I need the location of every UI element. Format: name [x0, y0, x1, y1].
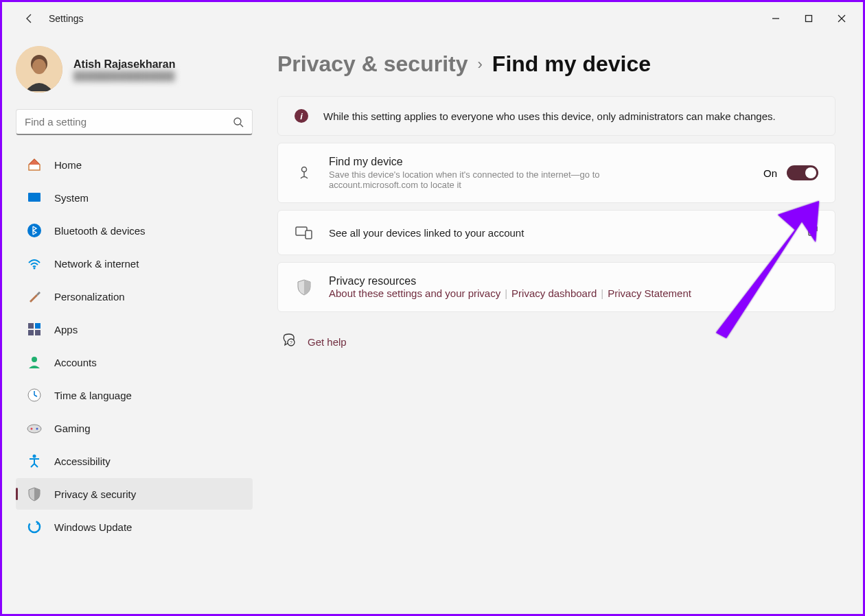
devices-icon: [295, 223, 314, 242]
info-icon: i: [295, 109, 308, 123]
clock-icon: [27, 388, 42, 403]
sidebar-item-label: Privacy & security: [54, 488, 136, 500]
svg-point-23: [302, 167, 307, 172]
svg-rect-13: [35, 323, 41, 329]
link-privacy-statement[interactable]: Privacy Statement: [608, 287, 691, 299]
find-my-device-subtitle: Save this device's location when it's co…: [329, 169, 686, 190]
maximize-icon: [805, 14, 813, 23]
sidebar-item-label: System: [54, 192, 89, 204]
svg-point-7: [234, 118, 241, 125]
link-about-settings[interactable]: About these settings and your privacy: [329, 287, 500, 299]
shield-icon: [27, 486, 42, 501]
sidebar-item-accounts[interactable]: Accounts: [16, 346, 253, 378]
sidebar-item-accessibility[interactable]: Accessibility: [16, 445, 253, 477]
location-pin-icon: [295, 163, 314, 182]
sidebar-item-label: Accessibility: [54, 455, 111, 467]
svg-point-20: [36, 428, 38, 430]
linked-devices-card[interactable]: See all your devices linked to your acco…: [277, 210, 835, 255]
wifi-icon: [27, 256, 42, 271]
find-my-device-card: Find my device Save this device's locati…: [277, 143, 835, 203]
maximize-button[interactable]: [793, 8, 824, 29]
svg-rect-14: [28, 330, 34, 335]
profile-email: ████████████████: [73, 71, 176, 81]
sidebar-item-label: Personalization: [54, 291, 125, 303]
nav-list: Home System Bluetooth & devices Network …: [10, 149, 258, 543]
avatar: [16, 46, 62, 93]
minimize-button[interactable]: [760, 8, 792, 29]
find-my-device-title: Find my device: [329, 156, 748, 168]
home-icon: [27, 157, 42, 172]
close-button[interactable]: [826, 8, 857, 29]
sidebar-item-network[interactable]: Network & internet: [16, 248, 253, 279]
sidebar-item-label: Apps: [54, 324, 78, 335]
minimize-icon: [772, 14, 780, 23]
svg-point-10: [27, 224, 41, 237]
profile-name: Atish Rajasekharan: [73, 58, 176, 71]
help-row: ? Get help: [277, 333, 835, 351]
sidebar-item-privacy[interactable]: Privacy & security: [16, 478, 253, 510]
svg-point-16: [32, 357, 37, 362]
sidebar-item-label: Windows Update: [54, 521, 132, 533]
apps-icon: [27, 322, 42, 337]
svg-rect-9: [28, 193, 41, 202]
accessibility-icon: [27, 453, 42, 469]
find-my-device-toggle[interactable]: [787, 165, 818, 180]
brush-icon: [27, 289, 42, 304]
get-help-link[interactable]: Get help: [308, 336, 347, 348]
svg-rect-12: [28, 323, 34, 329]
svg-line-8: [240, 124, 243, 127]
sidebar-item-home[interactable]: Home: [16, 149, 253, 180]
shield-outline-icon: [295, 278, 314, 297]
sync-icon: [27, 519, 42, 534]
breadcrumb-parent[interactable]: Privacy & security: [277, 51, 468, 77]
sidebar-item-bluetooth[interactable]: Bluetooth & devices: [16, 215, 253, 246]
svg-rect-15: [35, 330, 41, 335]
page-title: Find my device: [492, 51, 651, 77]
sidebar: Atish Rajasekharan ████████████████ Home…: [2, 35, 266, 614]
svg-point-19: [31, 428, 33, 430]
person-icon: [27, 355, 42, 370]
window-controls: [760, 8, 857, 29]
sidebar-item-label: Accounts: [54, 357, 97, 368]
help-icon: ?: [281, 333, 297, 351]
window-title: Settings: [49, 13, 84, 24]
svg-rect-25: [305, 230, 312, 239]
sidebar-item-label: Time & language: [54, 390, 132, 401]
search-input[interactable]: [25, 116, 233, 128]
titlebar: Settings: [2, 2, 863, 35]
system-icon: [27, 190, 42, 205]
external-link-icon: [807, 226, 818, 239]
svg-text:?: ?: [290, 340, 292, 345]
svg-point-21: [33, 455, 36, 458]
privacy-resources-card: Privacy resources About these settings a…: [277, 262, 835, 312]
arrow-left-icon: [24, 13, 35, 24]
search-box[interactable]: [16, 109, 253, 135]
sidebar-item-update[interactable]: Windows Update: [16, 511, 253, 543]
svg-point-18: [27, 425, 41, 433]
toggle-state-label: On: [763, 167, 777, 179]
sidebar-item-apps[interactable]: Apps: [16, 313, 253, 345]
sidebar-item-label: Bluetooth & devices: [54, 225, 146, 237]
sidebar-item-personalization[interactable]: Personalization: [16, 281, 253, 312]
sidebar-item-label: Gaming: [54, 423, 91, 434]
sidebar-item-time[interactable]: Time & language: [16, 379, 253, 411]
main-content: Privacy & security › Find my device i Wh…: [266, 35, 863, 614]
sidebar-item-label: Home: [54, 159, 82, 171]
sidebar-item-system[interactable]: System: [16, 182, 253, 213]
info-banner-text: While this setting applies to everyone w…: [323, 110, 776, 122]
linked-devices-text: See all your devices linked to your acco…: [329, 227, 792, 239]
info-banner: i While this setting applies to everyone…: [277, 96, 835, 136]
svg-rect-1: [806, 16, 812, 22]
profile-block[interactable]: Atish Rajasekharan ████████████████: [10, 35, 258, 98]
svg-point-11: [34, 268, 36, 270]
close-icon: [838, 14, 846, 23]
breadcrumb: Privacy & security › Find my device: [277, 51, 835, 77]
sidebar-item-label: Network & internet: [54, 258, 139, 270]
chevron-right-icon: ›: [478, 56, 483, 73]
privacy-resources-title: Privacy resources: [329, 275, 818, 287]
back-button[interactable]: [16, 5, 43, 32]
gamepad-icon: [27, 420, 42, 436]
search-icon: [233, 117, 244, 128]
link-privacy-dashboard[interactable]: Privacy dashboard: [511, 287, 597, 299]
sidebar-item-gaming[interactable]: Gaming: [16, 412, 253, 444]
